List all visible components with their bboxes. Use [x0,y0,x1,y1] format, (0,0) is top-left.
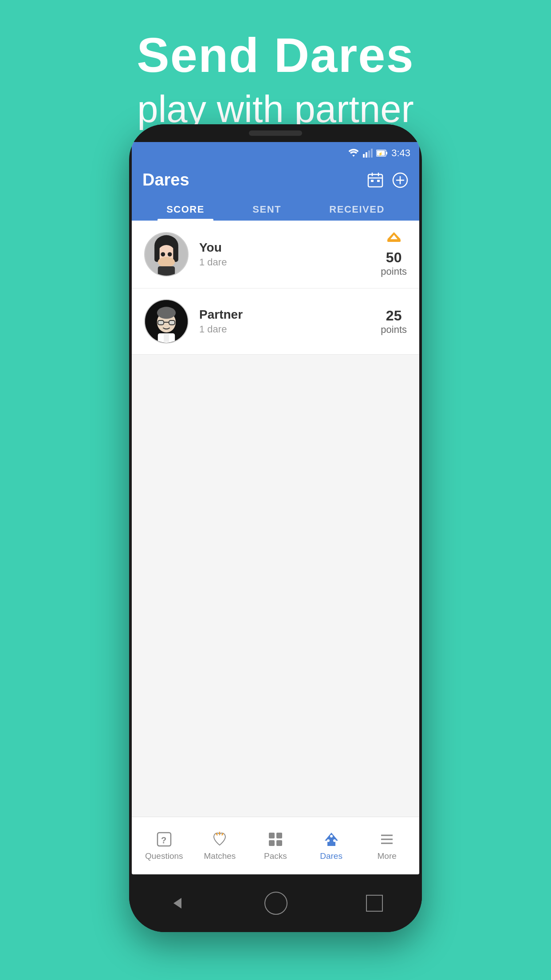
svg-rect-12 [371,180,374,182]
user-dares-you: 1 dare [199,257,381,268]
nav-item-more[interactable]: More [359,831,415,861]
nav-label-matches: Matches [204,851,236,861]
user-score-you: 50 points [381,231,407,277]
svg-rect-1 [366,152,367,158]
svg-rect-31 [158,320,164,325]
svg-rect-43 [269,840,275,846]
nav-item-packs[interactable]: Packs [248,831,303,861]
status-icons: ⚡ 3:43 [348,147,410,159]
avatar-partner [144,299,189,344]
nav-item-matches[interactable]: Matches [192,831,248,861]
svg-rect-25 [158,266,175,276]
header-icons [367,172,409,189]
score-number-partner: 25 [381,308,407,324]
user-name-partner: Partner [199,308,381,322]
svg-rect-44 [276,840,282,846]
app-header-top: Dares [142,170,409,190]
score-label-partner: points [381,324,407,336]
status-bar: ⚡ 3:43 [132,142,419,164]
svg-rect-32 [169,320,175,325]
questions-icon: ? [156,831,173,848]
svg-marker-26 [387,232,401,239]
svg-point-24 [158,257,175,267]
avatar-svg-you [145,233,188,276]
table-row: Partner 1 dare 25 points [132,288,419,355]
tabs-container: SCORE SENT RECEIVED [142,198,409,221]
svg-marker-52 [173,898,181,909]
back-button[interactable] [168,894,186,912]
crown-icon [381,231,407,248]
svg-point-48 [333,839,336,842]
user-name-you: You [199,241,381,255]
dares-icon [323,831,340,848]
user-dares-partner: 1 dare [199,324,381,335]
wifi-icon [348,149,359,158]
more-icon [378,831,395,848]
svg-marker-45 [325,833,338,846]
score-label-you: points [381,266,407,277]
tab-score[interactable]: SCORE [157,198,213,221]
svg-rect-35 [164,333,169,342]
svg-point-30 [157,307,176,319]
nav-label-questions: Questions [145,851,183,861]
svg-text:?: ? [161,835,166,845]
user-score-partner: 25 points [381,308,407,336]
app-header: Dares [132,164,419,221]
svg-rect-41 [269,833,275,838]
user-info-partner: Partner 1 dare [199,308,381,335]
nav-item-questions[interactable]: ? Questions [136,831,192,861]
phone-screen: ⚡ 3:43 Dares [132,142,419,874]
nav-label-packs: Packs [264,851,287,861]
battery-icon: ⚡ [376,150,388,157]
main-title: Send Dares [0,27,551,83]
tab-sent[interactable]: SENT [244,198,290,221]
phone-speaker [249,130,302,136]
content-area: You 1 dare 50 points [132,221,419,621]
svg-rect-2 [368,150,370,158]
phone-nav-buttons [129,874,422,932]
nav-item-dares[interactable]: Dares [303,831,359,861]
empty-content-area [132,355,419,621]
svg-point-47 [327,839,330,842]
svg-point-23 [168,252,172,257]
nav-label-dares: Dares [320,851,342,861]
svg-rect-8 [368,174,382,187]
app-title: Dares [142,170,189,190]
svg-point-46 [330,835,333,838]
svg-rect-42 [276,833,282,838]
svg-rect-21 [173,245,178,262]
svg-rect-13 [377,180,380,182]
phone-shell: ⚡ 3:43 Dares [129,124,422,932]
calendar-icon[interactable] [367,172,384,189]
recents-button[interactable] [366,895,383,912]
avatar-you [144,232,189,277]
svg-rect-0 [363,154,365,158]
add-icon[interactable] [392,172,409,189]
phone-top [129,124,422,142]
svg-rect-5 [386,152,387,154]
svg-point-22 [161,252,165,257]
tab-received[interactable]: RECEIVED [320,198,393,221]
score-number-you: 50 [381,249,407,266]
user-info-you: You 1 dare [199,241,381,268]
svg-text:⚡: ⚡ [378,151,383,157]
matches-icon [211,831,228,848]
signal-icon [363,149,373,158]
svg-rect-20 [154,245,160,262]
packs-icon [267,831,284,848]
background-header: Send Dares play with partner [0,0,551,131]
table-row: You 1 dare 50 points [132,221,419,288]
avatar-svg-partner [145,300,188,343]
nav-label-more: More [378,851,397,861]
bottom-nav: ? Questions Matches [132,817,419,874]
svg-rect-3 [371,149,373,158]
home-button[interactable] [264,892,287,915]
svg-rect-27 [387,239,401,242]
status-time: 3:43 [391,147,410,159]
